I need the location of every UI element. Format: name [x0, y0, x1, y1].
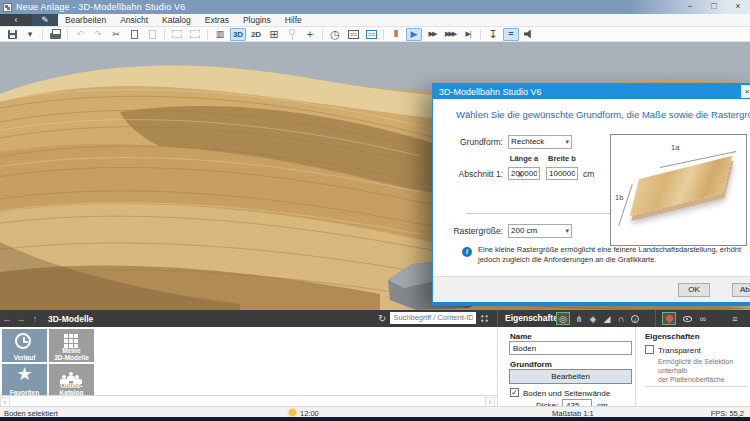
back-button[interactable]: ‹ — [0, 14, 32, 26]
add-button[interactable]: + — [302, 28, 318, 41]
drop-to-ground-button[interactable]: ↧ — [485, 28, 501, 41]
object-properties-icon[interactable]: ◎ — [556, 312, 570, 325]
event-editor-button[interactable] — [363, 28, 379, 41]
paste-icon — [149, 30, 156, 39]
volume-button[interactable] — [521, 28, 537, 41]
play-button[interactable]: ▶ — [406, 28, 422, 41]
menu-ansicht[interactable]: Ansicht — [113, 14, 155, 26]
view-3d-button[interactable]: 3D — [230, 28, 246, 41]
daytime-button[interactable]: ◷ — [327, 28, 343, 41]
divider — [645, 386, 748, 387]
dialog-close-button[interactable]: × — [741, 85, 750, 98]
nav-up-button[interactable]: ↑ — [28, 314, 42, 324]
grid-toggle-button[interactable]: ⊞ — [266, 28, 282, 41]
clock-icon — [15, 333, 31, 349]
tile-verlauf[interactable]: Verlauf — [2, 329, 47, 362]
transparent-description: Ermöglicht die Selektion unterhalb der P… — [658, 357, 748, 384]
divider — [497, 327, 498, 407]
cancel-button[interactable]: Abb — [732, 283, 750, 297]
save-button[interactable] — [4, 28, 20, 41]
menu-bearbeiten[interactable]: Bearbeiten — [58, 14, 113, 26]
grundform-select[interactable]: Rechteck ▾ — [508, 135, 572, 149]
bottom-panel: ← → ↑ 3D-Modelle ↻ Eigenschaften ◎ ⋔ ◈ ◢… — [0, 310, 750, 421]
terrain-icon[interactable]: ◢ — [600, 312, 614, 325]
event-editor-icon — [366, 30, 377, 39]
print-button[interactable] — [47, 28, 63, 41]
name-input[interactable] — [509, 341, 632, 355]
nav-back-button[interactable]: ← — [0, 314, 14, 324]
diagram-label-b: 1b — [615, 193, 623, 202]
eye-icon[interactable] — [680, 312, 694, 325]
copy-button[interactable] — [126, 28, 142, 41]
light-button[interactable] — [284, 28, 300, 41]
view-options-icon[interactable] — [480, 314, 489, 323]
raster-select[interactable]: 200 cm ▾ — [508, 224, 572, 238]
nav-forward-button[interactable]: → — [14, 314, 28, 324]
board-image — [630, 156, 732, 217]
bottom-edge — [0, 417, 750, 421]
fast-forward-button[interactable]: ▶▶ — [424, 28, 440, 41]
toolbar-separator — [164, 29, 165, 40]
board-diagram: 1a 1b — [610, 134, 747, 246]
redo-button[interactable]: ↷ — [90, 28, 106, 41]
event-list-button[interactable] — [345, 28, 361, 41]
refresh-icon[interactable]: ↻ — [378, 313, 386, 324]
ok-button[interactable]: OK — [678, 283, 710, 297]
tile-meine-3d-modelle[interactable]: Meine3D-Modelle — [49, 329, 94, 362]
menu-katalog[interactable]: Katalog — [155, 14, 198, 26]
name-label: Name — [510, 332, 532, 341]
save-icon — [8, 30, 17, 39]
menu-extras[interactable]: Extras — [198, 14, 236, 26]
close-button[interactable]: × — [726, 0, 750, 14]
pause-button[interactable]: ‖ — [388, 28, 404, 41]
window-title: Neue Anlage - 3D-Modellbahn Studio V6 — [16, 2, 186, 12]
pin-icon[interactable] — [662, 312, 676, 325]
toolbar-separator — [383, 29, 384, 40]
chevron-down-icon: ▾ — [565, 227, 569, 235]
save-options-caret[interactable]: ▾ — [22, 28, 38, 41]
select-transform-button[interactable] — [187, 28, 203, 41]
side-properties-header: Eigenschaften — [645, 332, 700, 341]
divider — [655, 310, 656, 327]
tile-favoriten[interactable]: ★ Favoriten — [2, 364, 47, 397]
paste-button[interactable] — [144, 28, 160, 41]
maximize-button[interactable]: □ — [702, 0, 726, 14]
view-2d-button[interactable]: 2D — [248, 28, 264, 41]
fast-forward-max-button[interactable]: ▶▶▶ — [442, 28, 458, 41]
menu-icon[interactable]: ≡ — [728, 312, 742, 325]
info-icon[interactable]: i — [628, 312, 642, 325]
grid-icon — [64, 334, 68, 338]
dialog-title: 3D-Modellbahn Studio V6 — [439, 87, 542, 97]
sun-icon — [289, 409, 296, 416]
dialog-title-bar[interactable]: 3D-Modellbahn Studio V6 × — [433, 84, 750, 99]
menu-plugins[interactable]: Plugins — [236, 14, 278, 26]
tile-online-katalog[interactable]: Online-Katalog — [49, 364, 94, 397]
equalizer-button[interactable]: = — [503, 28, 519, 41]
copy-icon — [131, 30, 138, 39]
breite-input[interactable] — [546, 167, 578, 180]
divider — [466, 213, 612, 214]
transparent-checkbox[interactable] — [645, 345, 654, 354]
transparent-label: Transparent — [658, 346, 701, 355]
raster-label: Rastergröße: — [433, 226, 503, 236]
selection-transform-icon — [190, 30, 200, 38]
bearbeiten-button[interactable]: Bearbeiten — [509, 369, 632, 384]
select-rect-button[interactable] — [169, 28, 185, 41]
undo-button[interactable]: ↶ — [72, 28, 88, 41]
divider — [497, 310, 498, 327]
edit-mode-button[interactable]: ✎ — [32, 14, 58, 26]
diagram-label-a: 1a — [671, 143, 679, 152]
skip-end-button[interactable]: ▶| — [460, 28, 476, 41]
gimbal-icon[interactable]: ⋔ — [572, 312, 586, 325]
boden-checkbox-label: Boden und Seitenwände — [523, 389, 610, 398]
toolbar-separator — [207, 29, 208, 40]
link-icon[interactable]: ∞ — [696, 312, 710, 325]
search-input[interactable] — [390, 312, 476, 324]
catalog-button[interactable]: ▥ — [212, 28, 228, 41]
menu-hilfe[interactable]: Hilfe — [278, 14, 309, 26]
cut-button[interactable]: ✂ — [108, 28, 124, 41]
tunnel-icon[interactable]: ∩ — [614, 312, 628, 325]
boden-checkbox[interactable]: ✓ — [510, 388, 519, 397]
minimize-button[interactable]: − — [678, 0, 702, 14]
paint-icon[interactable]: ◈ — [586, 312, 600, 325]
